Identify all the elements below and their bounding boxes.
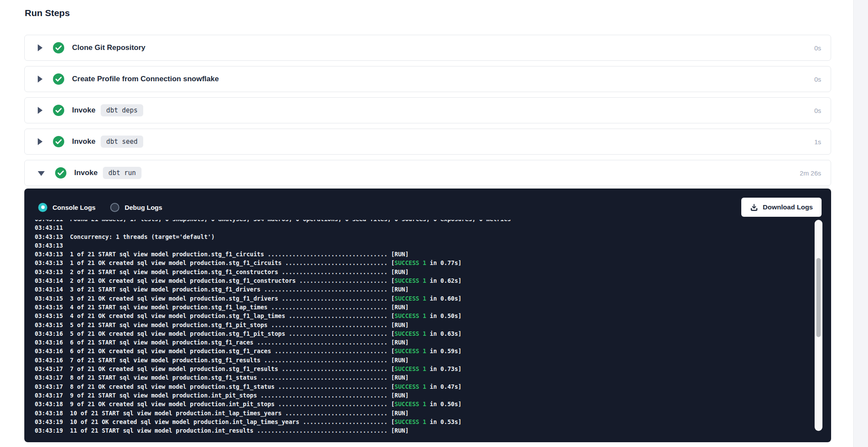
step-duration: 0s bbox=[814, 76, 821, 83]
step-label: Clone Git Repository bbox=[72, 43, 145, 52]
step-duration: 2m 26s bbox=[800, 169, 821, 177]
log-line-rest-text: in 0.53s] bbox=[426, 418, 461, 425]
success-check-icon bbox=[53, 136, 64, 147]
log-line-text: 03:43:13 1 of 21 START sql view model pr… bbox=[35, 251, 409, 258]
download-logs-button[interactable]: Download Logs bbox=[741, 198, 822, 217]
log-line-text: 03:43:17 9 of 21 START sql view model pr… bbox=[35, 392, 409, 399]
log-line-text: 03:43:19 11 of 21 START sql view model p… bbox=[35, 427, 409, 434]
log-line: 03:43:17 8 of 21 START sql view model pr… bbox=[35, 373, 811, 382]
console-log-output: 03:43:11 Found 21 models, 17 tests, 0 sn… bbox=[35, 220, 811, 437]
download-logs-label: Download Logs bbox=[763, 203, 813, 211]
step-command-badge: dbt deps bbox=[101, 104, 143, 116]
log-tab-radio[interactable]: Debug Logs bbox=[110, 203, 162, 212]
log-line-text: 03:43:13 2 of 21 START sql view model pr… bbox=[35, 268, 409, 275]
log-line-text: 03:43:13 1 of 21 OK created sql view mod… bbox=[35, 259, 395, 266]
run-step-row[interactable]: Invoke dbt run 2m 26s bbox=[24, 160, 831, 186]
log-line: 03:43:14 3 of 21 START sql view model pr… bbox=[35, 285, 811, 294]
radio-label: Console Logs bbox=[53, 204, 95, 211]
log-line-success-text: SUCCESS 1 bbox=[395, 277, 426, 284]
log-line-text: 03:43:16 5 of 21 OK created sql view mod… bbox=[35, 330, 395, 337]
log-line: 03:43:18 9 of 21 OK created sql view mod… bbox=[35, 400, 811, 408]
run-step-row[interactable]: Create Profile from Connection snowflake… bbox=[24, 66, 831, 92]
log-line: 03:43:17 9 of 21 START sql view model pr… bbox=[35, 391, 811, 400]
log-line-text: 03:43:11 Found 21 models, 17 tests, 0 sn… bbox=[35, 220, 511, 222]
log-line-success-text: SUCCESS 1 bbox=[395, 312, 426, 319]
page-title: Run Steps bbox=[25, 8, 70, 18]
log-line-text: 03:43:16 6 of 21 OK created sql view mod… bbox=[35, 348, 395, 354]
log-line: 03:43:15 3 of 21 OK created sql view mod… bbox=[35, 294, 811, 303]
log-line: 03:43:15 5 of 21 START sql view model pr… bbox=[35, 321, 811, 329]
log-line-text: 03:43:14 2 of 21 OK created sql view mod… bbox=[35, 277, 395, 284]
success-check-icon bbox=[55, 167, 66, 179]
log-line-success-text: SUCCESS 1 bbox=[395, 418, 426, 425]
run-step-row[interactable]: Invoke dbt deps 0s bbox=[24, 97, 831, 123]
log-line-text: 03:43:18 9 of 21 OK created sql view mod… bbox=[35, 401, 395, 407]
step-duration: 1s bbox=[814, 138, 821, 146]
log-line-rest-text: in 0.59s] bbox=[426, 348, 461, 354]
run-step-row[interactable]: Invoke dbt seed 1s bbox=[24, 129, 831, 155]
log-line-text: 03:43:15 4 of 21 START sql view model pr… bbox=[35, 304, 409, 311]
expand-caret-icon[interactable] bbox=[38, 44, 43, 51]
log-line-text: 03:43:13 bbox=[35, 242, 70, 249]
log-line-rest-text: in 0.62s] bbox=[426, 277, 461, 284]
expand-caret-icon[interactable] bbox=[38, 171, 45, 176]
log-line-text: 03:43:13 Concurrency: 1 threads (target=… bbox=[35, 233, 215, 240]
step-label: Invoke bbox=[72, 106, 95, 115]
step-duration: 0s bbox=[814, 107, 821, 114]
log-line: 03:43:16 6 of 21 OK created sql view mod… bbox=[35, 347, 811, 355]
step-label: Invoke bbox=[74, 169, 98, 177]
log-line-rest-text: in 0.50s] bbox=[426, 312, 461, 319]
run-steps-list: Clone Git Repository 0s Create Profile f… bbox=[24, 35, 831, 191]
log-line-rest-text: in 0.47s] bbox=[426, 383, 461, 390]
log-line-rest-text: in 0.60s] bbox=[426, 295, 461, 302]
expand-caret-icon[interactable] bbox=[38, 76, 43, 83]
radio-icon[interactable] bbox=[110, 203, 119, 212]
step-duration: 0s bbox=[814, 44, 821, 52]
log-scrollbar-thumb[interactable] bbox=[816, 258, 821, 337]
log-line: 03:43:13 1 of 21 START sql view model pr… bbox=[35, 250, 811, 258]
log-line-text: 03:43:17 8 of 21 START sql view model pr… bbox=[35, 374, 409, 381]
expanded-step-log-panel: Console Logs Debug Logs Download Logs 03… bbox=[24, 189, 831, 442]
log-line-text: 03:43:15 3 of 21 OK created sql view mod… bbox=[35, 295, 395, 302]
expand-caret-icon[interactable] bbox=[38, 107, 43, 114]
step-label: Invoke bbox=[72, 137, 95, 146]
log-line-text: 03:43:14 3 of 21 START sql view model pr… bbox=[35, 286, 409, 293]
log-line-success-text: SUCCESS 1 bbox=[395, 330, 426, 337]
page-background-strip bbox=[853, 0, 868, 447]
log-line-success-text: SUCCESS 1 bbox=[395, 365, 426, 372]
success-check-icon bbox=[53, 73, 64, 85]
step-label: Create Profile from Connection snowflake bbox=[72, 75, 219, 83]
log-line: 03:43:13 Concurrency: 1 threads (target=… bbox=[35, 232, 811, 241]
log-line-text: 03:43:18 10 of 21 START sql view model p… bbox=[35, 410, 409, 417]
log-line-text: 03:43:15 4 of 21 OK created sql view mod… bbox=[35, 312, 395, 319]
expand-caret-icon[interactable] bbox=[38, 138, 43, 145]
log-line: 03:43:16 6 of 21 START sql view model pr… bbox=[35, 338, 811, 347]
log-line-rest-text: in 0.73s] bbox=[426, 365, 461, 372]
log-line: 03:43:11 Found 21 models, 17 tests, 0 sn… bbox=[35, 220, 811, 223]
log-line-text: 03:43:19 10 of 21 OK created sql view mo… bbox=[35, 418, 395, 425]
success-check-icon bbox=[53, 105, 64, 116]
log-line-rest-text: in 0.77s] bbox=[426, 259, 461, 266]
log-line-success-text: SUCCESS 1 bbox=[395, 348, 426, 354]
log-line-success-text: SUCCESS 1 bbox=[395, 401, 426, 407]
log-line: 03:43:16 5 of 21 OK created sql view mod… bbox=[35, 329, 811, 338]
log-line: 03:43:17 8 of 21 OK created sql view mod… bbox=[35, 382, 811, 391]
log-scrollbar-track[interactable] bbox=[815, 220, 822, 431]
log-line-text: 03:43:11 bbox=[35, 224, 70, 231]
run-step-row[interactable]: Clone Git Repository 0s bbox=[24, 35, 831, 61]
log-line: 03:43:13 bbox=[35, 241, 811, 250]
log-line-rest-text: in 0.50s] bbox=[426, 401, 461, 407]
log-line-text: 03:43:17 7 of 21 OK created sql view mod… bbox=[35, 365, 395, 372]
log-panel-header: Console Logs Debug Logs Download Logs bbox=[24, 189, 831, 220]
log-tab-radio[interactable]: Console Logs bbox=[38, 203, 95, 212]
log-line: 03:43:16 7 of 21 START sql view model pr… bbox=[35, 356, 811, 364]
log-line: 03:43:14 2 of 21 OK created sql view mod… bbox=[35, 276, 811, 285]
log-line-success-text: SUCCESS 1 bbox=[395, 295, 426, 302]
radio-icon[interactable] bbox=[38, 203, 47, 212]
log-line-text: 03:43:17 8 of 21 OK created sql view mod… bbox=[35, 383, 395, 390]
download-icon bbox=[750, 203, 758, 212]
log-line: 03:43:19 11 of 21 START sql view model p… bbox=[35, 426, 811, 435]
log-line-text: 03:43:15 5 of 21 START sql view model pr… bbox=[35, 321, 409, 328]
log-line: 03:43:19 10 of 21 OK created sql view mo… bbox=[35, 417, 811, 426]
log-line-text: 03:43:16 7 of 21 START sql view model pr… bbox=[35, 357, 409, 364]
